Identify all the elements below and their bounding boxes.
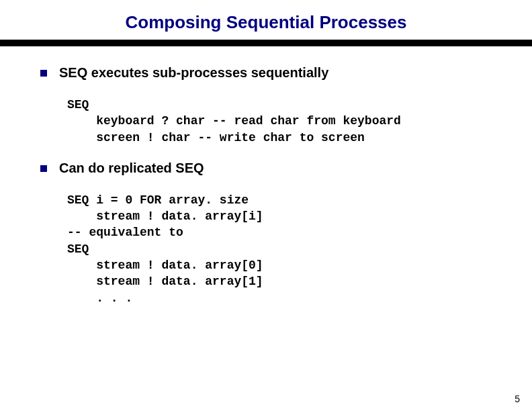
code-block-2: SEQ i = 0 FOR array. size stream ! data.… bbox=[67, 192, 492, 306]
slide-title: Composing Sequential Processes bbox=[0, 0, 532, 40]
bullet-text-2: Can do replicated SEQ bbox=[59, 161, 204, 176]
square-bullet-icon bbox=[40, 165, 47, 172]
bullet-text-1: SEQ executes sub-processes sequentially bbox=[59, 65, 328, 81]
slide: Composing Sequential Processes SEQ execu… bbox=[0, 0, 532, 411]
square-bullet-icon bbox=[40, 70, 47, 77]
content-area: SEQ executes sub-processes sequentially … bbox=[0, 46, 532, 306]
page-number: 5 bbox=[515, 394, 520, 404]
code-block-1: SEQ keyboard ? char -- read char from ke… bbox=[67, 97, 492, 146]
bullet-item-2: Can do replicated SEQ bbox=[40, 161, 492, 176]
bullet-item-1: SEQ executes sub-processes sequentially bbox=[40, 65, 492, 81]
title-underline bbox=[0, 40, 532, 46]
